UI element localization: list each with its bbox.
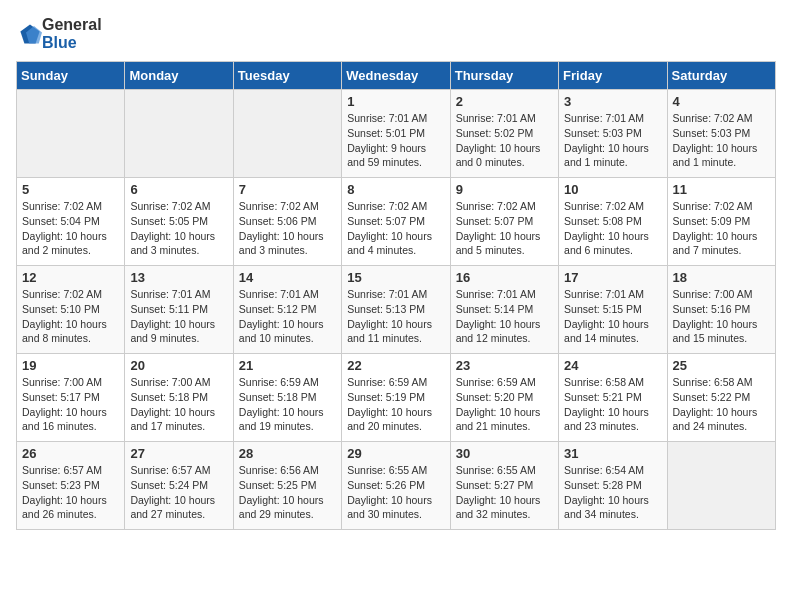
day-info: Sunrise: 7:01 AM Sunset: 5:11 PM Dayligh… — [130, 287, 227, 346]
day-number: 18 — [673, 270, 770, 285]
day-number: 21 — [239, 358, 336, 373]
logo-blue-text: Blue — [42, 34, 102, 52]
weekday-header-tuesday: Tuesday — [233, 62, 341, 90]
day-number: 16 — [456, 270, 553, 285]
day-number: 17 — [564, 270, 661, 285]
day-number: 6 — [130, 182, 227, 197]
day-info: Sunrise: 7:02 AM Sunset: 5:06 PM Dayligh… — [239, 199, 336, 258]
day-number: 5 — [22, 182, 119, 197]
calendar-cell: 18Sunrise: 7:00 AM Sunset: 5:16 PM Dayli… — [667, 266, 775, 354]
calendar-cell: 20Sunrise: 7:00 AM Sunset: 5:18 PM Dayli… — [125, 354, 233, 442]
calendar-cell — [125, 90, 233, 178]
calendar-cell: 19Sunrise: 7:00 AM Sunset: 5:17 PM Dayli… — [17, 354, 125, 442]
day-info: Sunrise: 6:56 AM Sunset: 5:25 PM Dayligh… — [239, 463, 336, 522]
calendar-cell: 17Sunrise: 7:01 AM Sunset: 5:15 PM Dayli… — [559, 266, 667, 354]
day-info: Sunrise: 7:02 AM Sunset: 5:07 PM Dayligh… — [456, 199, 553, 258]
calendar-cell: 14Sunrise: 7:01 AM Sunset: 5:12 PM Dayli… — [233, 266, 341, 354]
day-info: Sunrise: 7:02 AM Sunset: 5:10 PM Dayligh… — [22, 287, 119, 346]
day-info: Sunrise: 6:58 AM Sunset: 5:22 PM Dayligh… — [673, 375, 770, 434]
weekday-header-saturday: Saturday — [667, 62, 775, 90]
day-info: Sunrise: 7:02 AM Sunset: 5:05 PM Dayligh… — [130, 199, 227, 258]
calendar-cell: 7Sunrise: 7:02 AM Sunset: 5:06 PM Daylig… — [233, 178, 341, 266]
day-info: Sunrise: 7:00 AM Sunset: 5:18 PM Dayligh… — [130, 375, 227, 434]
calendar-cell: 13Sunrise: 7:01 AM Sunset: 5:11 PM Dayli… — [125, 266, 233, 354]
calendar-cell: 8Sunrise: 7:02 AM Sunset: 5:07 PM Daylig… — [342, 178, 450, 266]
day-number: 11 — [673, 182, 770, 197]
day-info: Sunrise: 7:01 AM Sunset: 5:13 PM Dayligh… — [347, 287, 444, 346]
calendar-cell: 11Sunrise: 7:02 AM Sunset: 5:09 PM Dayli… — [667, 178, 775, 266]
calendar-cell: 27Sunrise: 6:57 AM Sunset: 5:24 PM Dayli… — [125, 442, 233, 530]
calendar-cell — [667, 442, 775, 530]
logo-general-text: General — [42, 16, 102, 34]
calendar-cell: 23Sunrise: 6:59 AM Sunset: 5:20 PM Dayli… — [450, 354, 558, 442]
day-info: Sunrise: 6:57 AM Sunset: 5:24 PM Dayligh… — [130, 463, 227, 522]
calendar-cell: 16Sunrise: 7:01 AM Sunset: 5:14 PM Dayli… — [450, 266, 558, 354]
day-info: Sunrise: 6:54 AM Sunset: 5:28 PM Dayligh… — [564, 463, 661, 522]
day-number: 3 — [564, 94, 661, 109]
day-number: 7 — [239, 182, 336, 197]
weekday-header-monday: Monday — [125, 62, 233, 90]
day-info: Sunrise: 7:00 AM Sunset: 5:17 PM Dayligh… — [22, 375, 119, 434]
day-info: Sunrise: 6:59 AM Sunset: 5:20 PM Dayligh… — [456, 375, 553, 434]
day-number: 13 — [130, 270, 227, 285]
day-number: 12 — [22, 270, 119, 285]
calendar-cell: 22Sunrise: 6:59 AM Sunset: 5:19 PM Dayli… — [342, 354, 450, 442]
day-number: 31 — [564, 446, 661, 461]
day-number: 4 — [673, 94, 770, 109]
calendar-cell: 26Sunrise: 6:57 AM Sunset: 5:23 PM Dayli… — [17, 442, 125, 530]
calendar-cell — [17, 90, 125, 178]
calendar-cell: 31Sunrise: 6:54 AM Sunset: 5:28 PM Dayli… — [559, 442, 667, 530]
day-number: 15 — [347, 270, 444, 285]
page-header: General Blue — [16, 16, 776, 51]
calendar-cell: 6Sunrise: 7:02 AM Sunset: 5:05 PM Daylig… — [125, 178, 233, 266]
calendar-cell: 30Sunrise: 6:55 AM Sunset: 5:27 PM Dayli… — [450, 442, 558, 530]
day-number: 23 — [456, 358, 553, 373]
day-number: 20 — [130, 358, 227, 373]
day-number: 9 — [456, 182, 553, 197]
day-number: 27 — [130, 446, 227, 461]
day-number: 2 — [456, 94, 553, 109]
day-info: Sunrise: 7:01 AM Sunset: 5:12 PM Dayligh… — [239, 287, 336, 346]
day-number: 26 — [22, 446, 119, 461]
calendar-cell — [233, 90, 341, 178]
calendar-cell: 2Sunrise: 7:01 AM Sunset: 5:02 PM Daylig… — [450, 90, 558, 178]
day-number: 28 — [239, 446, 336, 461]
day-info: Sunrise: 7:01 AM Sunset: 5:15 PM Dayligh… — [564, 287, 661, 346]
day-info: Sunrise: 6:57 AM Sunset: 5:23 PM Dayligh… — [22, 463, 119, 522]
day-info: Sunrise: 7:02 AM Sunset: 5:07 PM Dayligh… — [347, 199, 444, 258]
day-info: Sunrise: 7:01 AM Sunset: 5:14 PM Dayligh… — [456, 287, 553, 346]
day-number: 22 — [347, 358, 444, 373]
day-info: Sunrise: 7:01 AM Sunset: 5:02 PM Dayligh… — [456, 111, 553, 170]
calendar-cell: 10Sunrise: 7:02 AM Sunset: 5:08 PM Dayli… — [559, 178, 667, 266]
weekday-header-friday: Friday — [559, 62, 667, 90]
calendar-cell: 5Sunrise: 7:02 AM Sunset: 5:04 PM Daylig… — [17, 178, 125, 266]
logo: General Blue — [16, 16, 102, 51]
calendar-cell: 29Sunrise: 6:55 AM Sunset: 5:26 PM Dayli… — [342, 442, 450, 530]
calendar-cell: 15Sunrise: 7:01 AM Sunset: 5:13 PM Dayli… — [342, 266, 450, 354]
calendar-cell: 24Sunrise: 6:58 AM Sunset: 5:21 PM Dayli… — [559, 354, 667, 442]
calendar-cell: 3Sunrise: 7:01 AM Sunset: 5:03 PM Daylig… — [559, 90, 667, 178]
day-info: Sunrise: 6:59 AM Sunset: 5:18 PM Dayligh… — [239, 375, 336, 434]
weekday-header-wednesday: Wednesday — [342, 62, 450, 90]
calendar-cell: 21Sunrise: 6:59 AM Sunset: 5:18 PM Dayli… — [233, 354, 341, 442]
calendar-cell: 1Sunrise: 7:01 AM Sunset: 5:01 PM Daylig… — [342, 90, 450, 178]
day-number: 24 — [564, 358, 661, 373]
logo-icon — [18, 22, 42, 46]
calendar-cell: 25Sunrise: 6:58 AM Sunset: 5:22 PM Dayli… — [667, 354, 775, 442]
day-number: 25 — [673, 358, 770, 373]
day-info: Sunrise: 7:02 AM Sunset: 5:03 PM Dayligh… — [673, 111, 770, 170]
day-number: 8 — [347, 182, 444, 197]
day-number: 1 — [347, 94, 444, 109]
day-number: 30 — [456, 446, 553, 461]
day-number: 14 — [239, 270, 336, 285]
day-info: Sunrise: 7:00 AM Sunset: 5:16 PM Dayligh… — [673, 287, 770, 346]
calendar-table: SundayMondayTuesdayWednesdayThursdayFrid… — [16, 61, 776, 530]
day-info: Sunrise: 7:02 AM Sunset: 5:09 PM Dayligh… — [673, 199, 770, 258]
day-info: Sunrise: 6:59 AM Sunset: 5:19 PM Dayligh… — [347, 375, 444, 434]
day-info: Sunrise: 6:55 AM Sunset: 5:26 PM Dayligh… — [347, 463, 444, 522]
day-info: Sunrise: 7:02 AM Sunset: 5:04 PM Dayligh… — [22, 199, 119, 258]
calendar-cell: 28Sunrise: 6:56 AM Sunset: 5:25 PM Dayli… — [233, 442, 341, 530]
day-info: Sunrise: 7:02 AM Sunset: 5:08 PM Dayligh… — [564, 199, 661, 258]
day-info: Sunrise: 6:55 AM Sunset: 5:27 PM Dayligh… — [456, 463, 553, 522]
day-number: 10 — [564, 182, 661, 197]
